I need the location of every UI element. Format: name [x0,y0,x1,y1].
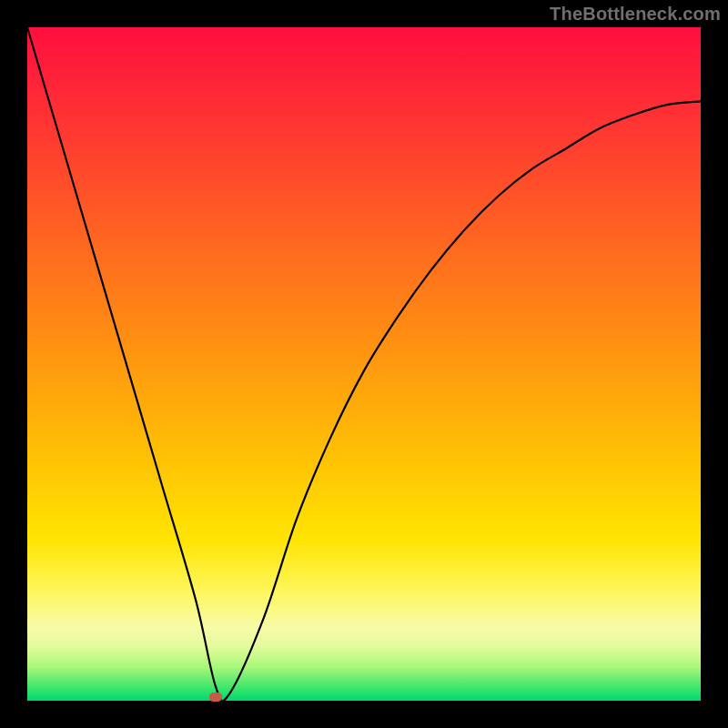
minimum-marker [209,693,222,702]
chart-frame: TheBottleneck.com [0,0,728,728]
watermark-text: TheBottleneck.com [550,4,721,25]
bottleneck-curve [27,27,701,701]
plot-area [27,27,701,701]
